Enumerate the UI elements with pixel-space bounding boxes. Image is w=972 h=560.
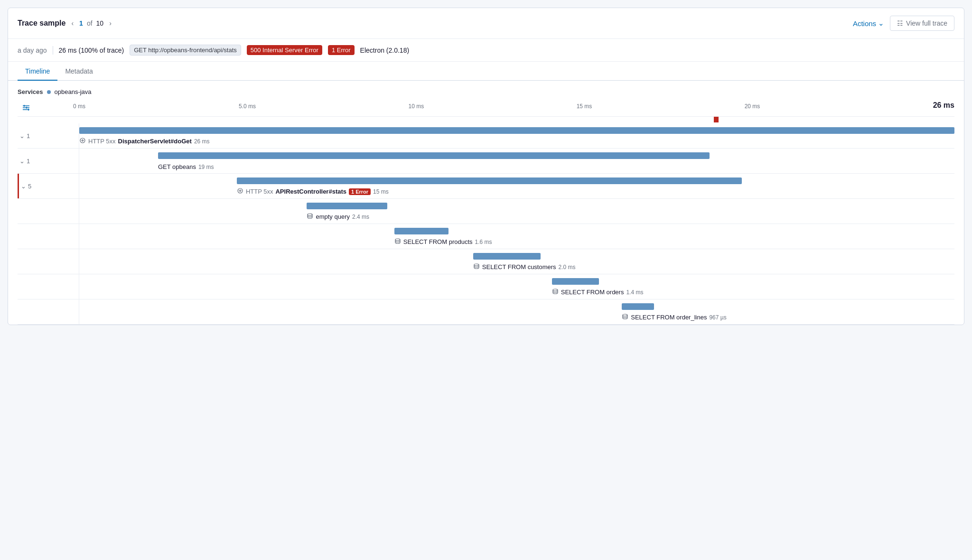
db-icon-7 [552,288,559,296]
span-dur-7: 1.4 ms [626,289,643,296]
span-bar-area-2: GET opbeans 19 ms [79,149,954,173]
span-bar-area-3: HTTP 5xx APIRestController#stats 1 Error… [79,174,954,198]
span-dur-1: 26 ms [194,138,210,145]
span-dur-3: 15 ms [373,188,389,195]
transaction-icon-3 [237,187,243,196]
filter-area [18,101,79,114]
time-ago: a day ago [18,47,47,54]
span-type-4: empty query [316,213,350,220]
span-label-3: ⌄ 5 [18,174,79,198]
span-error-3: 1 Error [349,188,371,195]
svg-point-16 [623,314,627,316]
span-info-3: HTTP 5xx APIRestController#stats 1 Error… [237,187,389,196]
chevron-down-icon: ⌄ [878,19,884,28]
tab-timeline[interactable]: Timeline [18,62,57,81]
header-left: Trace sample ‹ 1 of 10 › [18,19,113,28]
db-icon-4 [307,213,313,221]
span-bar-area-1: HTTP 5xx DispatcherServlet#doGet 26 ms [79,123,954,148]
span-info-2: GET opbeans 19 ms [158,163,214,170]
span-row-3: ⌄ 5 HTTP 5xx APIRestController#stats 1 E… [18,174,954,199]
span-bar-4 [307,203,387,209]
actions-label: Actions [853,19,876,28]
span-label-7 [18,274,79,299]
span-row-8: SELECT FROM order_lines 967 µs [18,299,954,325]
span-row-6: SELECT FROM customers 2.0 ms [18,249,954,274]
span-dur-2: 19 ms [198,164,214,170]
view-full-trace-button[interactable]: ☷ View full trace [890,16,954,31]
prev-button[interactable]: ‹ [69,19,75,28]
tab-metadata[interactable]: Metadata [57,62,100,81]
timeline-wrapper: 0 ms 5.0 ms 10 ms 15 ms 20 ms 26 ms [18,101,954,325]
span-dur-5: 1.6 ms [475,239,492,245]
span-name-3: APIRestController#stats [275,188,346,195]
svg-point-12 [308,214,312,215]
span-bar-6 [473,253,541,260]
timeline-section: Services opbeans-java [8,81,964,325]
svg-point-15 [553,289,558,291]
span-label-8 [18,299,79,324]
span-dur-6: 2.0 ms [559,264,576,271]
span-name-1: DispatcherServlet#doGet [118,138,192,145]
span-bar-2 [158,152,710,159]
current-page: 1 [79,19,83,27]
span-bar-area-7: SELECT FROM orders 1.4 ms [79,274,954,299]
span-type-1: HTTP 5xx [88,138,116,145]
span-info-5: SELECT FROM products 1.6 ms [394,238,492,246]
next-button[interactable]: › [107,19,113,28]
services-row: Services opbeans-java [18,88,954,95]
span-bar-7 [552,278,599,285]
span-row-2: ⌄ 1 GET opbeans 19 ms [18,149,954,174]
span-bar-area-5: SELECT FROM products 1.6 ms [79,224,954,249]
duration: 26 ms (100% of trace) [59,47,124,54]
expand-3[interactable]: ⌄ 5 [21,183,31,190]
span-info-7: SELECT FROM orders 1.4 ms [552,288,644,296]
expand-1[interactable]: ⌄ 1 [19,132,30,140]
span-dur-4: 2.4 ms [352,214,369,220]
tick-1: 5.0 ms [239,103,256,110]
span-type-2: GET opbeans [158,163,196,170]
span-bar-8 [622,303,654,310]
span-label-6 [18,249,79,274]
filter-icon[interactable] [19,101,33,114]
service-name-label: opbeans-java [55,88,92,95]
span-bar-area-8: SELECT FROM order_lines 967 µs [79,299,954,324]
span-label-2: ⌄ 1 [18,149,79,173]
services-label: Services [18,88,43,95]
span-bar-area-6: SELECT FROM customers 2.0 ms [79,249,954,274]
db-icon-6 [473,263,480,271]
span-type-7: SELECT FROM orders [561,289,624,296]
span-row-1: ⌄ 1 HTTP 5xx DispatcherServlet#doGet 26 … [18,123,954,149]
transaction-icon-1 [79,137,86,145]
of-label: of [87,19,93,27]
span-row-5: SELECT FROM products 1.6 ms [18,224,954,249]
db-icon-5 [394,238,401,246]
header-right: Actions ⌄ ☷ View full trace [853,16,954,31]
span-dur-8: 967 µs [709,314,726,321]
trace-header: Trace sample ‹ 1 of 10 › Actions ⌄ ☷ Vie… [8,8,964,39]
span-type-6: SELECT FROM customers [482,263,556,271]
tick-4: 20 ms [745,103,760,110]
expand-2[interactable]: ⌄ 1 [19,158,30,165]
service-dot [47,90,51,94]
actions-button[interactable]: Actions ⌄ [853,19,884,28]
span-bar-3 [237,177,742,184]
tick-last: 26 ms [933,101,954,110]
span-bar-1 [79,127,954,134]
span-label-4 [18,199,79,224]
meta-row: a day ago 26 ms (100% of trace) GET http… [8,39,964,62]
error-count-badge: 1 Error [328,45,355,55]
tick-2: 10 ms [409,103,424,110]
span-info-4: empty query 2.4 ms [307,213,369,221]
span-info-8: SELECT FROM order_lines 967 µs [622,313,726,321]
view-trace-label: View full trace [906,19,947,27]
span-info-6: SELECT FROM customers 2.0 ms [473,263,576,271]
doc-icon: ☷ [897,19,903,27]
status-badge: 500 Internal Server Error [247,45,322,55]
total-pages: 10 [96,19,104,27]
service-name: Electron (2.0.18) [360,47,410,54]
span-bar-5 [394,228,449,234]
tick-3: 15 ms [577,103,592,110]
span-type-3: HTTP 5xx [246,188,273,195]
separator [53,46,53,55]
span-row-7: SELECT FROM orders 1.4 ms [18,274,954,299]
